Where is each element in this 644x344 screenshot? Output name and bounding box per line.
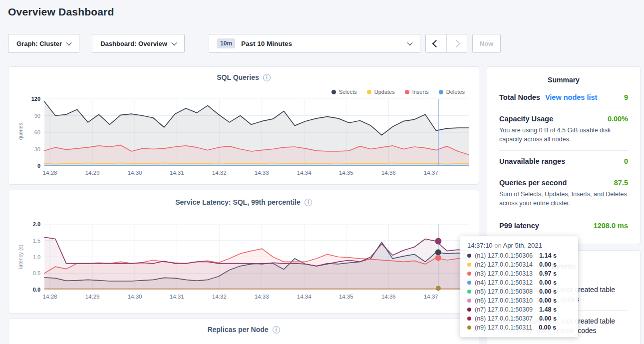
legend-color-dot — [367, 90, 371, 94]
tooltip-node-row: (n9) 127.0.0.1:50311 0.00 s — [467, 324, 571, 331]
legend-item[interactable]: Deletes — [439, 89, 465, 95]
node-latency-value: 0.00 s — [539, 315, 557, 322]
svg-text:14:33: 14:33 — [255, 170, 269, 176]
svg-text:30: 30 — [34, 146, 40, 152]
svg-text:14:37: 14:37 — [424, 294, 438, 300]
svg-text:2.0: 2.0 — [33, 221, 40, 227]
node-color-dot — [467, 317, 471, 321]
chevron-down-icon — [171, 40, 177, 45]
summary-row: Unavailable ranges 0 — [499, 150, 628, 172]
summary-row: P99 latency 1208.0 ms — [499, 215, 628, 236]
summary-row-label: Capacity Usage — [499, 115, 553, 123]
node-address: (n8) 127.0.0.1:50307 — [475, 315, 533, 322]
summary-row-value: 0.00% — [608, 115, 628, 123]
summary-panel: Summary Total Nodes View nodes list 9 Ca… — [487, 66, 641, 244]
summary-row: Queries per second 87.5 Sum of Selects, … — [499, 172, 628, 214]
legend-label: Updates — [374, 89, 395, 95]
svg-text:14:29: 14:29 — [85, 170, 100, 176]
svg-text:14:30: 14:30 — [128, 170, 142, 176]
svg-text:120: 120 — [31, 96, 40, 102]
summary-title: Summary — [487, 67, 640, 84]
svg-text:1.5: 1.5 — [33, 238, 40, 244]
summary-row-value: 1208.0 ms — [594, 222, 628, 230]
legend-label: Inserts — [412, 89, 429, 95]
legend-item[interactable]: Inserts — [405, 89, 429, 95]
node-latency-value: 0.00 s — [539, 261, 557, 268]
time-prev-button[interactable] — [426, 34, 446, 52]
tooltip-node-row: (n7) 127.0.0.1:50309 1.48 s — [467, 306, 571, 313]
chart-title-sql-queries: SQL Queries — [217, 73, 259, 81]
dashboard-label: Dashboard: Overview — [100, 40, 167, 47]
chevron-right-icon — [453, 39, 461, 47]
svg-text:0.0: 0.0 — [33, 287, 40, 293]
tooltip-node-row: (n5) 127.0.0.1:50308 0.00 s — [467, 288, 571, 295]
svg-text:14:33: 14:33 — [255, 294, 269, 300]
node-color-dot — [467, 281, 471, 285]
node-address: (n4) 127.0.0.1:50312 — [475, 279, 533, 286]
info-circle-icon[interactable]: i — [305, 199, 312, 206]
summary-row-label: Total Nodes — [499, 93, 540, 101]
now-button[interactable]: Now — [472, 34, 501, 53]
replicas-per-node-panel: Replicas per Node i — [8, 319, 479, 344]
summary-row-value: 0 — [624, 157, 628, 165]
svg-text:14:35: 14:35 — [339, 294, 353, 300]
service-latency-chart[interactable]: 2.01.51.00.50.014:2814:2914:3014:3114:32… — [14, 221, 474, 302]
time-range-label: Past 10 Minutes — [241, 40, 292, 47]
page-title: Overview Dashboard — [8, 6, 114, 18]
svg-text:90: 90 — [34, 113, 40, 119]
legend-color-dot — [439, 90, 443, 94]
legend-color-dot — [331, 90, 336, 94]
node-address: (n1) 127.0.0.1:50306 — [475, 252, 533, 259]
svg-text:1.0: 1.0 — [33, 254, 40, 260]
legend-color-dot — [405, 90, 409, 94]
chart-title-service-latency: Service Latency: SQL, 99th percentile — [175, 198, 301, 206]
node-latency-value: 0.00 s — [539, 297, 557, 304]
node-color-dot — [467, 326, 471, 330]
node-latency-value: 0.97 s — [539, 270, 557, 277]
legend-item[interactable]: Updates — [367, 89, 395, 95]
svg-text:14:32: 14:32 — [212, 170, 227, 176]
tooltip-node-row: (n8) 127.0.0.1:50307 0.00 s — [467, 315, 571, 322]
tooltip-node-row: (n1) 127.0.0.1:50306 1.14 s — [467, 252, 571, 259]
graph-scope-dropdown[interactable]: Graph: Cluster — [8, 34, 79, 53]
svg-text:14:37: 14:37 — [424, 170, 438, 176]
svg-text:0: 0 — [37, 163, 40, 169]
view-nodes-list-link[interactable]: View nodes list — [545, 93, 598, 101]
node-address: (n2) 127.0.0.1:50314 — [475, 261, 533, 268]
node-latency-value: 1.48 s — [539, 306, 557, 313]
graph-scope-label: Graph: Cluster — [16, 40, 62, 47]
tooltip-node-row: (n6) 127.0.0.1:50310 0.00 s — [467, 297, 571, 304]
node-color-dot — [467, 290, 471, 294]
chevron-down-icon — [407, 40, 412, 45]
svg-text:14:34: 14:34 — [297, 294, 312, 300]
node-latency-value: 1.14 s — [539, 252, 557, 259]
chevron-down-icon — [66, 40, 71, 45]
summary-row-label: Queries per second — [499, 179, 567, 187]
info-circle-icon[interactable]: i — [273, 326, 280, 334]
node-latency-value: 0.00 s — [539, 324, 556, 331]
node-address: (n9) 127.0.0.1:50311 — [475, 324, 532, 331]
toolbar-divider — [197, 34, 197, 53]
chart-hover-tooltip: 14:37:10 on Apr 5th, 2021 (n1) 127.0.0.1… — [460, 236, 578, 337]
chart-title-replicas-per-node: Replicas per Node — [207, 326, 268, 334]
node-latency-value: 0.00 s — [539, 279, 557, 286]
dashboard-dropdown[interactable]: Dashboard: Overview — [92, 34, 185, 53]
tooltip-node-row: (n3) 127.0.0.1:50313 0.97 s — [467, 270, 571, 277]
chart-legend: Selects Updates Inserts Deletes — [331, 89, 465, 95]
svg-text:14:31: 14:31 — [170, 294, 184, 300]
svg-text:14:34: 14:34 — [297, 170, 312, 176]
sql-queries-chart[interactable]: 120906030014:2814:2914:3014:3114:3214:33… — [14, 96, 474, 178]
node-color-dot — [467, 308, 471, 312]
info-circle-icon[interactable]: i — [263, 74, 271, 81]
legend-item[interactable]: Selects — [331, 89, 357, 95]
summary-row-label: P99 latency — [499, 222, 539, 230]
legend-label: Deletes — [446, 89, 465, 95]
node-color-dot — [467, 254, 471, 258]
summary-row-description: Sum of Selects, Updates, Inserts, and De… — [499, 190, 628, 208]
svg-text:14:29: 14:29 — [85, 294, 100, 300]
time-range-dropdown[interactable]: 10m Past 10 Minutes — [209, 34, 420, 53]
service-latency-panel: Service Latency: SQL, 99th percentile i … — [8, 190, 479, 314]
svg-text:14:31: 14:31 — [170, 170, 184, 176]
node-color-dot — [467, 263, 471, 267]
time-next-button[interactable] — [446, 34, 467, 52]
